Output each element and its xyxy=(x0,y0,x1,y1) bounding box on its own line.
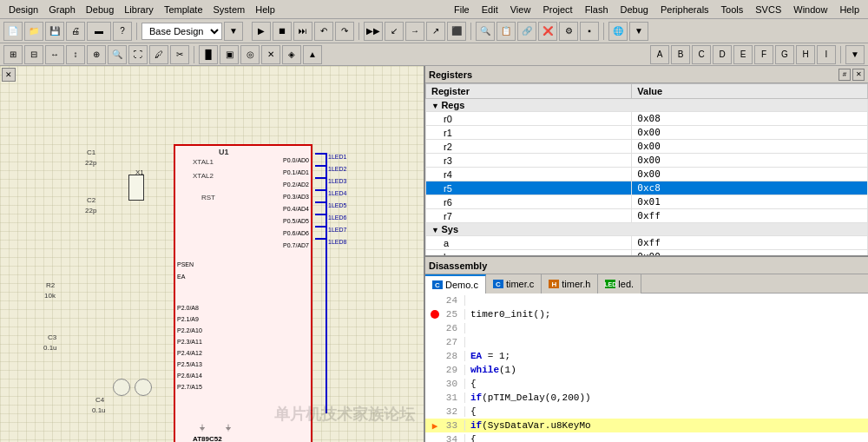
tb-new[interactable]: 📄 xyxy=(3,22,23,41)
sys-reg-row[interactable]: b0x00 xyxy=(426,250,868,256)
tb-r1[interactable]: ▶ xyxy=(252,22,271,41)
tb-r10[interactable]: ⬛ xyxy=(447,22,466,41)
tb2-r6[interactable]: F xyxy=(754,45,773,64)
tb-m3[interactable]: 🔗 xyxy=(517,22,536,41)
breakpoint-marker[interactable] xyxy=(429,310,441,319)
tb-open[interactable]: 📁 xyxy=(24,22,43,41)
reg-row[interactable]: r70xff xyxy=(426,209,868,223)
reg-row[interactable]: r00x08 xyxy=(426,112,868,126)
tb2-r2[interactable]: B xyxy=(671,45,690,64)
tab-icon: H xyxy=(549,280,559,288)
tb2-b2[interactable]: ▣ xyxy=(220,45,239,64)
schematic-close-btn[interactable]: ✕ xyxy=(2,68,16,82)
tb-step-in[interactable]: ↙ xyxy=(385,22,404,41)
tb2-a1[interactable]: ⊞ xyxy=(3,45,23,64)
menu-project[interactable]: Project xyxy=(537,3,577,16)
menu-system[interactable]: System xyxy=(208,3,251,16)
tb2-r8[interactable]: H xyxy=(796,45,815,64)
menu-debug-left[interactable]: Debug xyxy=(81,3,119,16)
reg-row[interactable]: r40x00 xyxy=(426,168,868,181)
tb-end1[interactable]: 🌐 xyxy=(608,22,628,41)
tb2-r7[interactable]: G xyxy=(775,45,794,64)
tb-m1[interactable]: 🔍 xyxy=(476,22,495,41)
tb-r3[interactable]: ⏭ xyxy=(293,22,312,41)
reg-row[interactable]: r10x00 xyxy=(426,126,868,140)
tb2-r4[interactable]: D xyxy=(713,45,732,64)
tb-r6[interactable]: ▶▶ xyxy=(364,22,383,41)
tb2-r3[interactable]: C xyxy=(692,45,711,64)
tb2-r1[interactable]: A xyxy=(650,45,669,64)
tb-r5[interactable]: ↷ xyxy=(335,22,354,41)
code-text: EA = 1; xyxy=(470,351,865,361)
gnd-symbol1: ⏚ xyxy=(200,422,205,432)
tb-step-out[interactable]: ↗ xyxy=(426,22,445,41)
tb-end2[interactable]: ▼ xyxy=(629,22,648,41)
sys-reg-row[interactable]: a0xff xyxy=(426,236,868,250)
tb2-b4[interactable]: ✕ xyxy=(261,45,280,64)
code-tab[interactable]: CDemo.c xyxy=(425,274,486,294)
tb-combo-drop[interactable]: ▼ xyxy=(224,22,243,41)
code-tab[interactable]: LEDled. xyxy=(598,274,641,294)
tb2-b5[interactable]: ◈ xyxy=(282,45,301,64)
menu-library[interactable]: Library xyxy=(119,3,159,16)
tb2-a4[interactable]: ↕ xyxy=(66,45,85,64)
tb2-end[interactable]: ▼ xyxy=(845,45,865,64)
tb2-a7[interactable]: ⛶ xyxy=(128,45,148,64)
menu-peripherals[interactable]: Peripherals xyxy=(655,3,714,16)
reg-row[interactable]: r20x00 xyxy=(426,140,868,154)
menu-view[interactable]: View xyxy=(505,3,536,16)
tb-m2[interactable]: 📋 xyxy=(496,22,516,41)
tb2-b1[interactable]: █ xyxy=(199,45,218,64)
reg-row[interactable]: r50xc8 xyxy=(426,181,868,195)
menu-file[interactable]: File xyxy=(449,3,475,16)
tb2-r5[interactable]: E xyxy=(733,45,753,64)
code-tab[interactable]: Htimer.h xyxy=(542,274,598,294)
registers-pin-btn[interactable]: # xyxy=(838,69,851,81)
menu-svcs[interactable]: SVCS xyxy=(750,3,786,16)
tb2-a2[interactable]: ⊟ xyxy=(24,45,43,64)
code-line: 31 if(pTIM_Delay(0,200)) xyxy=(425,391,868,405)
tb-save[interactable]: 💾 xyxy=(45,22,64,41)
base-design-combo[interactable]: Base Design xyxy=(141,23,222,40)
menu-help-right[interactable]: Help xyxy=(834,3,865,16)
tb-r4[interactable]: ↶ xyxy=(314,22,333,41)
menu-graph[interactable]: Graph xyxy=(43,3,81,16)
menu-help-left[interactable]: Help xyxy=(250,3,280,16)
registers-close-btn[interactable]: ✕ xyxy=(852,69,865,81)
wire-blue-h2 xyxy=(315,165,327,167)
tb2-b3[interactable]: ◎ xyxy=(240,45,260,64)
menu-design[interactable]: Design xyxy=(3,3,43,16)
code-editor[interactable]: 24 25 timer0_init(); 26 27 28 EA = 1; 29… xyxy=(425,294,868,442)
tb2-a6[interactable]: 🔍 xyxy=(108,45,127,64)
tb-step-over[interactable]: → xyxy=(405,22,424,41)
menu-debug-right[interactable]: Debug xyxy=(615,3,654,16)
menu-flash[interactable]: Flash xyxy=(580,3,614,16)
menu-window[interactable]: Window xyxy=(788,3,832,16)
menu-edit[interactable]: Edit xyxy=(477,3,503,16)
tb-m4[interactable]: ❌ xyxy=(538,22,557,41)
tb2-a3[interactable]: ↔ xyxy=(45,45,64,64)
menu-tools[interactable]: Tools xyxy=(716,3,749,16)
reg-row[interactable]: r60x01 xyxy=(426,195,868,209)
menu-template[interactable]: Template xyxy=(159,3,208,16)
ic-left-labels: P2.0/A8P2.1/A9P2.2/A10P2.3/A11 P2.4/A12P… xyxy=(177,302,202,393)
tb-help[interactable]: ? xyxy=(113,22,132,41)
code-tab[interactable]: Ctimer.c xyxy=(486,274,542,294)
tb2-a8[interactable]: 🖊 xyxy=(149,45,168,64)
reg-row[interactable]: r30x00 xyxy=(426,154,868,168)
tb2-a9[interactable]: ✂ xyxy=(170,45,189,64)
schematic-canvas[interactable]: X1 C1 22p C2 22p R2 10k C3 0.1u C4 0.1u … xyxy=(0,66,424,442)
tb-print[interactable]: 🖨 xyxy=(66,22,85,41)
tb-b1[interactable]: ▬ xyxy=(87,22,111,41)
tb2-r9[interactable]: I xyxy=(817,45,836,64)
tb2-b6[interactable]: ▲ xyxy=(303,45,322,64)
tab-icon: C xyxy=(493,280,503,288)
tb-m6[interactable]: ▪ xyxy=(580,22,599,41)
sep4 xyxy=(603,23,604,40)
no-marker xyxy=(429,406,441,417)
registers-table[interactable]: Register Value Regsr00x08r10x00r20x00r30… xyxy=(425,83,868,255)
tb2-a5[interactable]: ⊕ xyxy=(87,45,106,64)
tb-m5[interactable]: ⚙ xyxy=(559,22,578,41)
tb-r2[interactable]: ⏹ xyxy=(273,22,292,41)
schematic-panel: ✕ X1 C1 22p C2 22p R2 10k C3 0.1u xyxy=(0,66,425,442)
